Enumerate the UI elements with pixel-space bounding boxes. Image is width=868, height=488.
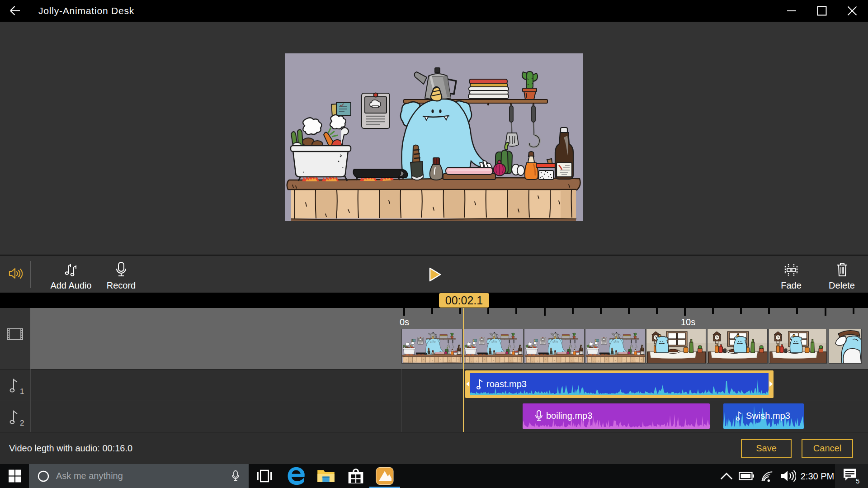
svg-text:2: 2 [20,419,24,426]
svg-text:5: 5 [856,477,859,485]
svg-text:1: 1 [20,387,24,395]
